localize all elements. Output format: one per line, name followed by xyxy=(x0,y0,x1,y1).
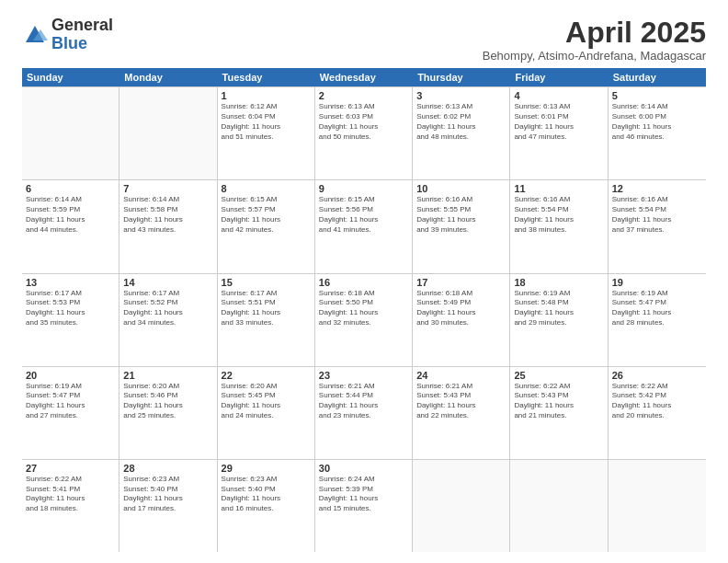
cal-cell-r2c5: 18Sunrise: 6:19 AM Sunset: 5:48 PM Dayli… xyxy=(510,274,608,366)
header: General Blue April 2025 Behompy, Atsimo-… xyxy=(22,17,706,63)
day-info: Sunrise: 6:22 AM Sunset: 5:41 PM Dayligh… xyxy=(26,475,115,514)
day-info: Sunrise: 6:22 AM Sunset: 5:42 PM Dayligh… xyxy=(612,382,702,421)
day-info: Sunrise: 6:19 AM Sunset: 5:47 PM Dayligh… xyxy=(26,382,115,421)
cal-cell-r4c2: 29Sunrise: 6:23 AM Sunset: 5:40 PM Dayli… xyxy=(218,460,315,552)
day-info: Sunrise: 6:14 AM Sunset: 5:59 PM Dayligh… xyxy=(26,195,115,235)
day-info: Sunrise: 6:14 AM Sunset: 6:00 PM Dayligh… xyxy=(612,102,702,142)
day-number: 29 xyxy=(222,463,311,474)
day-info: Sunrise: 6:15 AM Sunset: 5:56 PM Dayligh… xyxy=(319,195,408,235)
cal-cell-r3c4: 24Sunrise: 6:21 AM Sunset: 5:43 PM Dayli… xyxy=(413,367,510,459)
cal-cell-r2c4: 17Sunrise: 6:18 AM Sunset: 5:49 PM Dayli… xyxy=(413,274,510,366)
cal-header-tuesday: Tuesday xyxy=(218,68,315,86)
day-info: Sunrise: 6:17 AM Sunset: 5:52 PM Dayligh… xyxy=(123,289,212,328)
cal-cell-r2c3: 16Sunrise: 6:18 AM Sunset: 5:50 PM Dayli… xyxy=(315,274,413,366)
day-number: 8 xyxy=(222,183,311,194)
day-number: 6 xyxy=(26,183,115,194)
day-info: Sunrise: 6:17 AM Sunset: 5:51 PM Dayligh… xyxy=(222,289,311,328)
cal-header-saturday: Saturday xyxy=(609,68,706,86)
day-number: 20 xyxy=(26,370,115,381)
cal-cell-r1c6: 12Sunrise: 6:16 AM Sunset: 5:54 PM Dayli… xyxy=(609,180,706,272)
cal-cell-r3c6: 26Sunrise: 6:22 AM Sunset: 5:42 PM Dayli… xyxy=(609,367,706,459)
cal-cell-r0c0 xyxy=(22,87,119,179)
day-info: Sunrise: 6:13 AM Sunset: 6:03 PM Dayligh… xyxy=(319,102,408,142)
cal-row-3: 20Sunrise: 6:19 AM Sunset: 5:47 PM Dayli… xyxy=(22,367,706,460)
cal-cell-r3c5: 25Sunrise: 6:22 AM Sunset: 5:43 PM Dayli… xyxy=(510,367,608,459)
day-number: 15 xyxy=(222,277,311,288)
day-number: 27 xyxy=(26,463,115,474)
cal-cell-r4c0: 27Sunrise: 6:22 AM Sunset: 5:41 PM Dayli… xyxy=(22,460,119,552)
day-number: 11 xyxy=(514,183,603,194)
day-number: 12 xyxy=(612,183,702,194)
cal-cell-r4c3: 30Sunrise: 6:24 AM Sunset: 5:39 PM Dayli… xyxy=(315,460,413,552)
cal-cell-r0c5: 4Sunrise: 6:13 AM Sunset: 6:01 PM Daylig… xyxy=(510,87,608,179)
cal-cell-r3c1: 21Sunrise: 6:20 AM Sunset: 5:46 PM Dayli… xyxy=(119,367,217,459)
cal-row-0: 1Sunrise: 6:12 AM Sunset: 6:04 PM Daylig… xyxy=(22,86,706,180)
cal-cell-r0c3: 2Sunrise: 6:13 AM Sunset: 6:03 PM Daylig… xyxy=(315,87,413,179)
cal-cell-r2c2: 15Sunrise: 6:17 AM Sunset: 5:51 PM Dayli… xyxy=(218,274,315,366)
calendar: SundayMondayTuesdayWednesdayThursdayFrid… xyxy=(22,68,706,552)
month-title: April 2025 xyxy=(483,17,706,49)
day-number: 22 xyxy=(222,370,311,381)
day-info: Sunrise: 6:16 AM Sunset: 5:55 PM Dayligh… xyxy=(416,195,506,235)
subtitle: Behompy, Atsimo-Andrefana, Madagascar xyxy=(483,49,706,63)
day-number: 7 xyxy=(123,183,212,194)
cal-cell-r2c1: 14Sunrise: 6:17 AM Sunset: 5:52 PM Dayli… xyxy=(119,274,217,366)
cal-cell-r1c4: 10Sunrise: 6:16 AM Sunset: 5:55 PM Dayli… xyxy=(413,180,510,272)
cal-header-sunday: Sunday xyxy=(22,68,119,86)
logo-text: General Blue xyxy=(51,17,113,53)
cal-cell-r3c3: 23Sunrise: 6:21 AM Sunset: 5:44 PM Dayli… xyxy=(315,367,413,459)
day-number: 2 xyxy=(319,90,408,101)
cal-header-monday: Monday xyxy=(119,68,217,86)
day-number: 5 xyxy=(612,90,702,101)
cal-cell-r3c2: 22Sunrise: 6:20 AM Sunset: 5:45 PM Dayli… xyxy=(218,367,315,459)
day-number: 18 xyxy=(514,277,603,288)
day-number: 25 xyxy=(514,370,603,381)
cal-cell-r0c6: 5Sunrise: 6:14 AM Sunset: 6:00 PM Daylig… xyxy=(609,87,706,179)
cal-cell-r4c5 xyxy=(510,460,608,552)
day-number: 21 xyxy=(123,370,212,381)
day-info: Sunrise: 6:19 AM Sunset: 5:47 PM Dayligh… xyxy=(612,289,702,328)
logo-general: General xyxy=(51,17,113,35)
cal-cell-r2c6: 19Sunrise: 6:19 AM Sunset: 5:47 PM Dayli… xyxy=(609,274,706,366)
cal-cell-r0c4: 3Sunrise: 6:13 AM Sunset: 6:02 PM Daylig… xyxy=(413,87,510,179)
day-info: Sunrise: 6:21 AM Sunset: 5:43 PM Dayligh… xyxy=(416,382,506,421)
day-info: Sunrise: 6:13 AM Sunset: 6:01 PM Dayligh… xyxy=(514,102,603,142)
day-number: 19 xyxy=(612,277,702,288)
day-info: Sunrise: 6:13 AM Sunset: 6:02 PM Dayligh… xyxy=(416,102,506,142)
cal-header-thursday: Thursday xyxy=(413,68,510,86)
day-number: 17 xyxy=(416,277,506,288)
cal-row-1: 6Sunrise: 6:14 AM Sunset: 5:59 PM Daylig… xyxy=(22,180,706,273)
day-info: Sunrise: 6:12 AM Sunset: 6:04 PM Dayligh… xyxy=(222,102,311,142)
day-number: 4 xyxy=(514,90,603,101)
cal-cell-r3c0: 20Sunrise: 6:19 AM Sunset: 5:47 PM Dayli… xyxy=(22,367,119,459)
cal-cell-r4c4 xyxy=(413,460,510,552)
day-info: Sunrise: 6:14 AM Sunset: 5:58 PM Dayligh… xyxy=(123,195,212,235)
day-info: Sunrise: 6:16 AM Sunset: 5:54 PM Dayligh… xyxy=(612,195,702,235)
day-number: 26 xyxy=(612,370,702,381)
title-block: April 2025 Behompy, Atsimo-Andrefana, Ma… xyxy=(483,17,706,63)
page: General Blue April 2025 Behompy, Atsimo-… xyxy=(0,0,728,563)
day-info: Sunrise: 6:24 AM Sunset: 5:39 PM Dayligh… xyxy=(319,475,408,514)
calendar-header: SundayMondayTuesdayWednesdayThursdayFrid… xyxy=(22,68,706,86)
cal-cell-r1c1: 7Sunrise: 6:14 AM Sunset: 5:58 PM Daylig… xyxy=(119,180,217,272)
day-info: Sunrise: 6:20 AM Sunset: 5:45 PM Dayligh… xyxy=(222,382,311,421)
cal-cell-r2c0: 13Sunrise: 6:17 AM Sunset: 5:53 PM Dayli… xyxy=(22,274,119,366)
cal-cell-r0c1 xyxy=(119,87,217,179)
day-number: 3 xyxy=(416,90,506,101)
day-number: 9 xyxy=(319,183,408,194)
cal-row-2: 13Sunrise: 6:17 AM Sunset: 5:53 PM Dayli… xyxy=(22,274,706,367)
cal-cell-r4c6 xyxy=(609,460,706,552)
day-number: 1 xyxy=(222,90,311,101)
cal-cell-r4c1: 28Sunrise: 6:23 AM Sunset: 5:40 PM Dayli… xyxy=(119,460,217,552)
logo-icon xyxy=(22,22,48,48)
day-info: Sunrise: 6:19 AM Sunset: 5:48 PM Dayligh… xyxy=(514,289,603,328)
day-info: Sunrise: 6:18 AM Sunset: 5:50 PM Dayligh… xyxy=(319,289,408,328)
logo-blue: Blue xyxy=(51,35,113,53)
day-number: 10 xyxy=(416,183,506,194)
day-number: 13 xyxy=(26,277,115,288)
day-number: 23 xyxy=(319,370,408,381)
day-number: 16 xyxy=(319,277,408,288)
day-number: 30 xyxy=(319,463,408,474)
day-info: Sunrise: 6:20 AM Sunset: 5:46 PM Dayligh… xyxy=(123,382,212,421)
cal-cell-r1c0: 6Sunrise: 6:14 AM Sunset: 5:59 PM Daylig… xyxy=(22,180,119,272)
